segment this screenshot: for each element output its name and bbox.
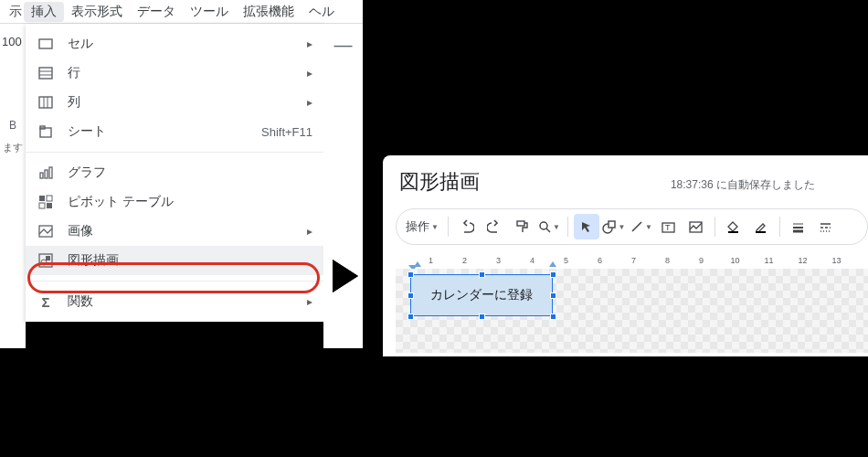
ruler-num: 10	[718, 256, 752, 265]
cell-fragment: ます	[0, 141, 26, 154]
menu-item-rows[interactable]: 行 ▸	[26, 58, 323, 88]
shape-tool-button[interactable]: ▼	[601, 214, 627, 239]
zoom-value[interactable]: 100	[0, 24, 26, 64]
toolbar-separator	[715, 217, 715, 237]
sheets-panel: 示 挿入 表示形式 データ ツール 拡張機能 ヘル	[0, 0, 363, 24]
toolbar-overflow-dash[interactable]: —	[323, 26, 363, 64]
ruler-num: 7	[617, 256, 651, 265]
svg-rect-29	[728, 231, 738, 233]
svg-line-22	[546, 228, 550, 232]
undo-button[interactable]	[454, 214, 480, 239]
textbox-tool-button[interactable]: T	[656, 214, 682, 239]
menu-item-pivot[interactable]: ピボット テーブル	[26, 187, 323, 217]
menu-tools[interactable]: ツール	[183, 2, 236, 22]
menu-item-shortcut: Shift+F11	[261, 125, 312, 139]
resize-handle-sw[interactable]	[408, 314, 414, 320]
menu-separator	[26, 152, 323, 153]
svg-rect-15	[47, 203, 52, 208]
resize-handle-e[interactable]	[550, 292, 556, 299]
chevron-down-icon: ▼	[431, 223, 439, 231]
ruler-num: 3	[482, 256, 515, 265]
rows-icon	[37, 64, 55, 82]
paint-format-button[interactable]	[509, 214, 535, 239]
drawing-autosave-status: 18:37:36 に自動保存しました	[671, 177, 852, 193]
menu-data[interactable]: データ	[130, 2, 183, 22]
actions-menu-button[interactable]: 操作▼	[402, 214, 442, 239]
resize-handle-nw[interactable]	[408, 271, 414, 278]
svg-rect-12	[39, 196, 45, 201]
svg-rect-9	[40, 173, 43, 178]
menu-item-function[interactable]: Σ 関数 ▸	[26, 287, 323, 316]
resize-handle-ne[interactable]	[550, 271, 556, 278]
chevron-down-icon: ▼	[645, 223, 652, 231]
svg-text:T: T	[665, 223, 671, 232]
chevron-right-icon: ▸	[307, 225, 312, 238]
actions-label: 操作	[406, 218, 429, 235]
pivot-icon	[37, 193, 55, 211]
menu-item-cells[interactable]: セル ▸	[26, 29, 323, 58]
drawing-header: 図形描画 18:37:36 に自動保存しました	[383, 155, 868, 205]
border-weight-button[interactable]	[786, 214, 811, 239]
toolbar-separator	[448, 217, 449, 237]
drawing-dialog: 図形描画 18:37:36 に自動保存しました 操作▼ ▼ ▼ ▼ T 1	[383, 155, 868, 356]
chevron-right-icon: ▸	[307, 37, 312, 50]
resize-handle-s[interactable]	[479, 314, 485, 320]
insert-image-button[interactable]	[683, 214, 709, 239]
menu-help[interactable]: ヘル	[302, 2, 342, 22]
image-icon	[37, 222, 55, 240]
chevron-down-icon: ▼	[618, 223, 625, 231]
menu-item-image[interactable]: 画像 ▸	[26, 217, 323, 246]
resize-handle-n[interactable]	[479, 271, 485, 278]
menu-item-chart[interactable]: グラフ	[26, 158, 323, 187]
line-tool-button[interactable]: ▼	[629, 214, 654, 239]
fill-color-button[interactable]	[721, 214, 746, 239]
menu-addons[interactable]: 拡張機能	[236, 2, 302, 22]
ruler-num: 11	[752, 256, 786, 265]
menu-format[interactable]: 表示形式	[64, 2, 130, 22]
drawing-canvas-area: 1 2 3 4 5 6 7 8 9 10 11 12 13 カレンダーに登録	[396, 252, 868, 353]
sigma-icon: Σ	[37, 292, 55, 311]
menu-insert[interactable]: 挿入	[24, 2, 64, 22]
selection-outline	[410, 274, 553, 316]
columns-icon	[37, 93, 55, 112]
status-time: 18:37:36	[671, 178, 714, 191]
ruler-num: 13	[820, 256, 853, 265]
horizontal-ruler[interactable]: 1 2 3 4 5 6 7 8 9 10 11 12 13	[396, 252, 868, 269]
resize-handle-se[interactable]	[550, 314, 556, 320]
redo-button[interactable]	[482, 214, 507, 239]
svg-point-21	[540, 222, 547, 229]
svg-rect-11	[49, 167, 52, 178]
resize-handle-w[interactable]	[408, 292, 414, 299]
menu-item-label: 列	[68, 94, 307, 111]
ruler-num: 2	[448, 256, 482, 265]
left-toolbar-strip: 100 B ます	[0, 24, 26, 348]
ruler-num: 4	[515, 256, 549, 265]
status-suffix: に自動保存しました	[714, 178, 815, 191]
menu-item-label: ピボット テーブル	[68, 194, 312, 210]
toolbar-sliver: —	[323, 24, 363, 348]
drawing-title: 図形描画	[399, 168, 480, 196]
menu-item-label: シート	[68, 123, 261, 140]
menu-item-label: 行	[68, 65, 307, 81]
svg-rect-13	[47, 196, 52, 201]
border-dash-button[interactable]	[813, 214, 839, 239]
menu-item-sheet[interactable]: シート Shift+F11	[26, 117, 323, 146]
chart-icon	[37, 164, 55, 182]
column-header-b[interactable]: B	[0, 119, 26, 132]
border-color-button[interactable]	[748, 214, 774, 239]
select-tool-button[interactable]	[574, 214, 599, 239]
svg-rect-24	[609, 221, 615, 228]
drawing-icon	[37, 251, 55, 270]
menu-item-label: セル	[68, 36, 307, 52]
zoom-button[interactable]: ▼	[536, 214, 562, 239]
menu-item-label: 画像	[68, 223, 307, 239]
menu-item-label: グラフ	[68, 165, 312, 181]
svg-line-25	[632, 222, 641, 231]
insert-dropdown: セル ▸ 行 ▸ 列 ▸ シート Shift+F11 グラフ ピボット テーブル…	[26, 24, 323, 322]
menu-item-columns[interactable]: 列 ▸	[26, 88, 323, 117]
ruler-num: 5	[549, 256, 583, 265]
chevron-right-icon: ▸	[307, 295, 312, 308]
menu-item-label: 図形描画	[68, 252, 312, 269]
menu-item-drawing[interactable]: 図形描画	[26, 246, 323, 275]
menu-item-label: 関数	[68, 293, 307, 310]
